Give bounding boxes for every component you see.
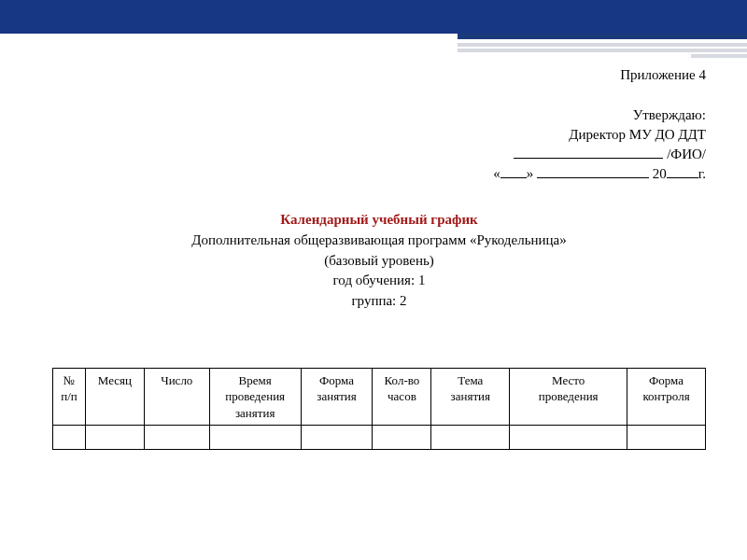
approval-block: Утверждаю: Директор МУ ДО ДДТ /ФИО/ «» 2… <box>52 105 706 184</box>
approval-director: Директор МУ ДО ДДТ <box>52 125 706 145</box>
date-year-line <box>667 177 698 178</box>
col-place: Местопроведения <box>510 368 627 426</box>
table-row <box>53 426 706 450</box>
col-topic: Темазанятия <box>431 368 510 426</box>
header-row: №п/п Месяц Число Времяпроведениязанятия … <box>53 368 706 426</box>
top-banner <box>0 0 747 34</box>
group-number: группа: 2 <box>52 291 706 312</box>
col-time: Времяпроведениязанятия <box>209 368 301 426</box>
col-day: Число <box>144 368 209 426</box>
document-page: Приложение 4 Утверждаю: Директор МУ ДО Д… <box>0 34 747 450</box>
appendix-label: Приложение 4 <box>52 67 706 83</box>
approval-approve: Утверждаю: <box>52 105 706 125</box>
col-control: Формаконтроля <box>627 368 706 426</box>
document-title: Календарный учебный график <box>52 210 706 231</box>
date-day-line <box>500 177 527 178</box>
approval-date-line: «» 20г. <box>52 164 706 184</box>
col-number: №п/п <box>53 368 86 426</box>
signature-line <box>514 158 663 159</box>
date-month-line <box>537 177 649 178</box>
decorative-stripes <box>458 34 747 60</box>
schedule-table: №п/п Месяц Число Времяпроведениязанятия … <box>52 368 706 451</box>
title-block: Календарный учебный график Дополнительна… <box>52 210 706 312</box>
program-level: (базовый уровень) <box>52 251 706 272</box>
col-hours: Кол-вочасов <box>373 368 431 426</box>
col-form: Формазанятия <box>301 368 373 426</box>
approval-fio-line: /ФИО/ <box>52 145 706 164</box>
program-name: Дополнительная общеразвивающая программ … <box>52 231 706 251</box>
study-year: год обучения: 1 <box>52 271 706 291</box>
col-month: Месяц <box>85 368 144 426</box>
